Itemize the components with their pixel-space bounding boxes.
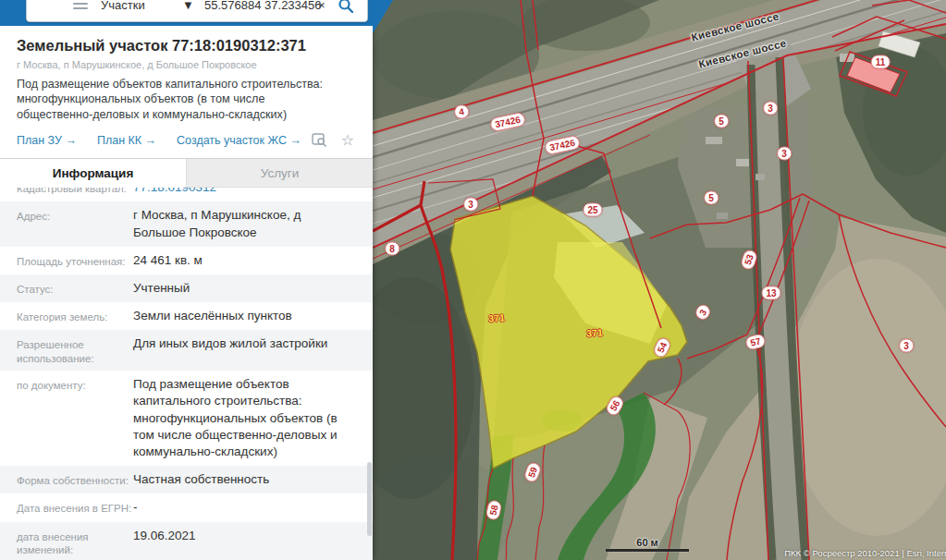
row-value: Для иных видов жилой застройки [133, 335, 373, 365]
row-value: Частная собственность [133, 471, 373, 488]
parcel-label-5[interactable]: 5 [714, 115, 729, 128]
row-label: Кадастровый квартал: [17, 188, 133, 196]
table-row: Категория земель: Земли населённых пункт… [0, 302, 373, 330]
table-row: дата внесения изменений: 19.06.2021 [0, 522, 373, 560]
chevron-down-icon[interactable]: ▼ [182, 0, 194, 12]
selected-parcel-label[interactable]: 371 [488, 311, 505, 323]
parcel-label-54[interactable]: 54 [652, 335, 673, 359]
row-label: Форма собственности: [17, 471, 133, 488]
top-header: Участки ▼ 55.576884 37.233456 × [0, 0, 373, 26]
parcel-description: Под размещение объектов капитального стр… [17, 77, 342, 122]
row-label: Площадь уточненная: [17, 252, 133, 269]
row-label: дата внесения изменений: [17, 528, 133, 557]
search-input[interactable]: 55.576884 37.233456 [204, 0, 322, 12]
map-scale-bar [606, 549, 689, 552]
table-row: Площадь уточненная: 24 461 кв. м [0, 247, 373, 274]
parcel-attributes-list: Кадастровый квартал: 77:18:0190312 Адрес… [0, 188, 373, 560]
parcel-label-3[interactable]: 3 [777, 147, 792, 161]
row-label: Разрешенное использование: [17, 335, 133, 365]
row-value: Учтенный [133, 280, 373, 297]
search-bar: Участки ▼ 55.576884 37.233456 × [26, 0, 368, 22]
map-scale: 60 м [606, 537, 689, 552]
parcel-label-3[interactable]: 3 [763, 102, 778, 116]
row-value: - [133, 499, 373, 516]
favorite-star-icon[interactable]: ☆ [341, 134, 354, 147]
pkk-app: Киевское шоссеКиевское шоссе437426374263… [0, 0, 946, 560]
action-link-1[interactable]: План КК → [97, 134, 156, 147]
parcel-label-8[interactable]: 8 [385, 242, 399, 256]
panel-tabs: ИнформацияУслуги [0, 158, 373, 188]
map-attribution: ПКК © Росреестр 2010-2021 | Esri, Interm [784, 548, 946, 558]
row-value: Под размещение объектов капитального стр… [133, 376, 373, 460]
parcel-label-25[interactable]: 25 [583, 203, 602, 217]
row-value: г Москва, п Марушкинское, д Большое Покр… [133, 207, 373, 240]
parcel-label-53[interactable]: 53 [740, 249, 759, 272]
parcel-label-59[interactable]: 59 [522, 461, 542, 484]
search-icon[interactable] [338, 0, 354, 14]
map-labels-layer: Киевское шоссеКиевское шоссе437426374263… [373, 0, 946, 560]
table-row: Статус: Учтенный [0, 274, 373, 302]
row-label: Категория земель: [17, 308, 133, 324]
panel-scrollbar[interactable] [367, 462, 372, 536]
row-label: Адрес: [17, 207, 133, 240]
map-scale-text: 60 м [606, 537, 689, 548]
parcel-label-58[interactable]: 58 [485, 499, 502, 521]
parcel-label-3[interactable]: 3 [899, 339, 914, 353]
parcel-label-3[interactable]: 3 [694, 303, 713, 323]
map-canvas[interactable]: Киевское шоссеКиевское шоссе437426374263… [373, 0, 946, 560]
row-label: Дата внесения в ЕГРН: [17, 499, 133, 516]
action-links-row: План ЗУ →План КК →Создать участок ЖС → ☆ [17, 131, 356, 150]
parcel-label-5[interactable]: 5 [704, 191, 719, 205]
row-value: 24 461 кв. м [133, 252, 373, 269]
tab-services[interactable]: Услуги [186, 159, 373, 188]
page-title: Земельный участок 77:18:0190312:371 [17, 37, 356, 55]
row-label: Статус: [17, 280, 133, 297]
row-value: Земли населённых пунктов [133, 308, 373, 324]
road-name-label: Киевское шоссе [690, 10, 780, 43]
table-row: Форма собственности: Частная собственнос… [0, 466, 373, 493]
row-label: по документу: [17, 376, 133, 460]
road-name-label: Киевское шоссе [697, 37, 787, 69]
parcel-info-panel: Земельный участок 77:18:0190312:371 г Мо… [0, 26, 373, 560]
parcel-label-13[interactable]: 13 [761, 286, 780, 300]
panel-icons: ☆ [302, 131, 354, 148]
parcel-label-37426[interactable]: 37426 [544, 135, 581, 156]
table-row: Адрес: г Москва, п Марушкинское, д Больш… [0, 201, 373, 246]
selected-parcel-label[interactable]: 371 [586, 326, 603, 338]
tab-information[interactable]: Информация [0, 159, 186, 188]
cadastral-quarter-link[interactable]: 77:18:0190312 [133, 188, 373, 196]
parcel-label-3[interactable]: 3 [463, 198, 478, 212]
table-row: Разрешенное использование: Для иных видо… [0, 330, 373, 371]
search-category-dropdown[interactable]: Участки [101, 0, 145, 12]
row-value: 19.06.2021 [133, 528, 373, 557]
action-link-0[interactable]: План ЗУ → [17, 134, 77, 147]
table-row: Дата внесения в ЕГРН: - [0, 493, 373, 521]
locate-on-map-icon[interactable] [312, 133, 327, 147]
table-row: Кадастровый квартал: 77:18:0190312 [0, 188, 373, 201]
table-row: по документу: Под размещение объектов ка… [0, 371, 373, 466]
parcel-label-37426[interactable]: 37426 [489, 112, 526, 133]
parcel-label-56[interactable]: 56 [604, 394, 626, 418]
parcel-label-11[interactable]: 11 [871, 55, 891, 69]
clear-search-icon[interactable]: × [318, 0, 326, 12]
parcel-label-4[interactable]: 4 [453, 103, 469, 119]
parcel-label-57[interactable]: 57 [744, 333, 767, 351]
parcel-address-subtitle: г Москва, п Марушкинское, д Большое Покр… [17, 59, 356, 70]
action-link-2[interactable]: Создать участок ЖС → [177, 134, 301, 147]
menu-icon[interactable] [73, 0, 88, 12]
